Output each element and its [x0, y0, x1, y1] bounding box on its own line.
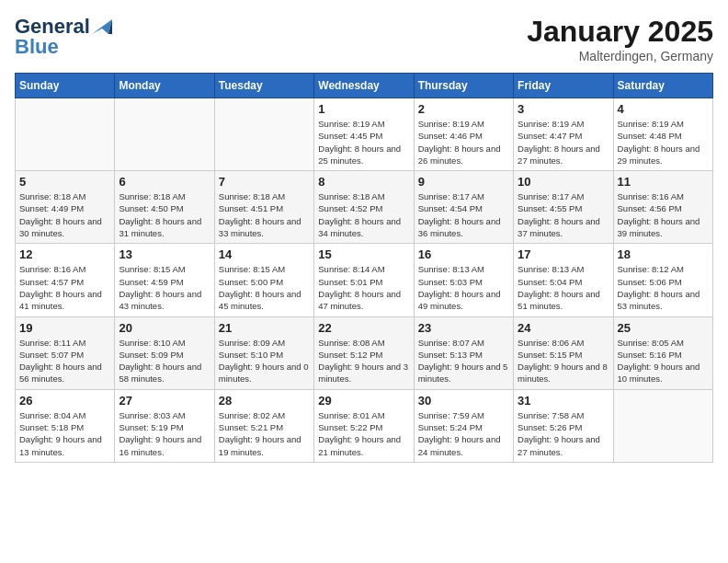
day-number: 3: [518, 102, 609, 116]
calendar-header-sunday: Sunday: [16, 74, 115, 98]
calendar-header-thursday: Thursday: [414, 74, 513, 98]
day-info: Sunrise: 7:59 AM Sunset: 5:24 PM Dayligh…: [418, 409, 509, 458]
day-info: Sunrise: 8:13 AM Sunset: 5:04 PM Dayligh…: [518, 263, 609, 312]
day-number: 5: [19, 175, 110, 189]
calendar-header-friday: Friday: [514, 74, 613, 98]
day-info: Sunrise: 8:18 AM Sunset: 4:52 PM Dayligh…: [318, 190, 409, 239]
day-info: Sunrise: 8:07 AM Sunset: 5:13 PM Dayligh…: [418, 337, 509, 385]
day-info: Sunrise: 8:18 AM Sunset: 4:50 PM Dayligh…: [119, 190, 210, 239]
day-info: Sunrise: 8:18 AM Sunset: 4:51 PM Dayligh…: [219, 190, 310, 239]
calendar-cell: 25Sunrise: 8:05 AM Sunset: 5:16 PM Dayli…: [613, 316, 712, 389]
calendar-cell: 24Sunrise: 8:06 AM Sunset: 5:15 PM Dayli…: [514, 316, 613, 389]
day-number: 10: [518, 175, 609, 189]
day-number: 17: [518, 247, 609, 261]
calendar-header-row: SundayMondayTuesdayWednesdayThursdayFrid…: [16, 74, 713, 98]
day-info: Sunrise: 8:16 AM Sunset: 4:56 PM Dayligh…: [618, 190, 709, 239]
day-number: 7: [219, 175, 310, 189]
calendar-header-tuesday: Tuesday: [214, 74, 313, 98]
location-subtitle: Malterdingen, Germany: [527, 49, 713, 63]
calendar-cell: 28Sunrise: 8:02 AM Sunset: 5:21 PM Dayli…: [214, 389, 313, 462]
day-info: Sunrise: 8:17 AM Sunset: 4:54 PM Dayligh…: [418, 190, 509, 239]
calendar-cell: 5Sunrise: 8:18 AM Sunset: 4:49 PM Daylig…: [16, 171, 115, 244]
calendar-header-wednesday: Wednesday: [314, 74, 414, 98]
calendar-week-row: 26Sunrise: 8:04 AM Sunset: 5:18 PM Dayli…: [16, 389, 713, 462]
day-info: Sunrise: 7:58 AM Sunset: 5:26 PM Dayligh…: [518, 409, 609, 458]
day-info: Sunrise: 8:03 AM Sunset: 5:19 PM Dayligh…: [119, 409, 210, 458]
day-info: Sunrise: 8:11 AM Sunset: 5:07 PM Dayligh…: [19, 337, 110, 385]
day-info: Sunrise: 8:13 AM Sunset: 5:03 PM Dayligh…: [418, 263, 509, 312]
day-info: Sunrise: 8:09 AM Sunset: 5:10 PM Dayligh…: [219, 337, 310, 385]
day-number: 16: [418, 247, 509, 261]
calendar-cell: 18Sunrise: 8:12 AM Sunset: 5:06 PM Dayli…: [613, 244, 712, 316]
day-number: 14: [219, 247, 310, 261]
day-number: 12: [19, 247, 110, 261]
day-number: 23: [418, 321, 509, 335]
calendar-cell: 2Sunrise: 8:19 AM Sunset: 4:46 PM Daylig…: [414, 98, 513, 171]
day-number: 4: [618, 102, 709, 116]
calendar-cell: 16Sunrise: 8:13 AM Sunset: 5:03 PM Dayli…: [414, 244, 513, 316]
day-number: 18: [618, 247, 709, 261]
day-info: Sunrise: 8:02 AM Sunset: 5:21 PM Dayligh…: [219, 409, 310, 458]
calendar-cell: 7Sunrise: 8:18 AM Sunset: 4:51 PM Daylig…: [214, 171, 313, 244]
day-number: 25: [618, 321, 709, 335]
calendar-cell: 30Sunrise: 7:59 AM Sunset: 5:24 PM Dayli…: [414, 389, 513, 462]
day-number: 31: [518, 394, 609, 408]
calendar-cell: 22Sunrise: 8:08 AM Sunset: 5:12 PM Dayli…: [314, 316, 414, 389]
calendar-week-row: 19Sunrise: 8:11 AM Sunset: 5:07 PM Dayli…: [16, 316, 713, 389]
calendar-cell: 15Sunrise: 8:14 AM Sunset: 5:01 PM Dayli…: [314, 244, 414, 316]
calendar-cell: 10Sunrise: 8:17 AM Sunset: 4:55 PM Dayli…: [514, 171, 613, 244]
calendar-header-saturday: Saturday: [613, 74, 712, 98]
day-info: Sunrise: 8:14 AM Sunset: 5:01 PM Dayligh…: [318, 263, 409, 312]
day-info: Sunrise: 8:04 AM Sunset: 5:18 PM Dayligh…: [19, 409, 110, 458]
calendar-cell: 12Sunrise: 8:16 AM Sunset: 4:57 PM Dayli…: [16, 244, 115, 316]
day-number: 29: [318, 394, 409, 408]
day-info: Sunrise: 8:19 AM Sunset: 4:46 PM Dayligh…: [418, 118, 509, 167]
logo-bird-icon: [92, 19, 112, 34]
day-number: 30: [418, 394, 509, 408]
day-number: 15: [318, 247, 409, 261]
day-number: 19: [19, 321, 110, 335]
day-info: Sunrise: 8:18 AM Sunset: 4:49 PM Dayligh…: [19, 190, 110, 239]
logo: General Blue: [15, 15, 112, 59]
calendar-cell: 4Sunrise: 8:19 AM Sunset: 4:48 PM Daylig…: [613, 98, 712, 171]
calendar-cell: 21Sunrise: 8:09 AM Sunset: 5:10 PM Dayli…: [214, 316, 313, 389]
day-info: Sunrise: 8:01 AM Sunset: 5:22 PM Dayligh…: [318, 409, 409, 458]
calendar-cell: 8Sunrise: 8:18 AM Sunset: 4:52 PM Daylig…: [314, 171, 414, 244]
calendar-cell: 14Sunrise: 8:15 AM Sunset: 5:00 PM Dayli…: [214, 244, 313, 316]
day-number: 26: [19, 394, 110, 408]
calendar-cell: [115, 98, 214, 171]
logo-blue: Blue: [15, 35, 59, 59]
calendar-cell: 6Sunrise: 8:18 AM Sunset: 4:50 PM Daylig…: [115, 171, 214, 244]
day-number: 21: [219, 321, 310, 335]
calendar-cell: 19Sunrise: 8:11 AM Sunset: 5:07 PM Dayli…: [16, 316, 115, 389]
day-info: Sunrise: 8:19 AM Sunset: 4:48 PM Dayligh…: [618, 118, 709, 167]
day-info: Sunrise: 8:12 AM Sunset: 5:06 PM Dayligh…: [618, 263, 709, 312]
calendar-week-row: 1Sunrise: 8:19 AM Sunset: 4:45 PM Daylig…: [16, 98, 713, 171]
calendar-cell: 9Sunrise: 8:17 AM Sunset: 4:54 PM Daylig…: [414, 171, 513, 244]
day-info: Sunrise: 8:19 AM Sunset: 4:45 PM Dayligh…: [318, 118, 409, 167]
day-number: 27: [119, 394, 210, 408]
calendar-week-row: 12Sunrise: 8:16 AM Sunset: 4:57 PM Dayli…: [16, 244, 713, 316]
title-block: January 2025 Malterdingen, Germany: [527, 15, 713, 63]
day-info: Sunrise: 8:17 AM Sunset: 4:55 PM Dayligh…: [518, 190, 609, 239]
calendar-cell: 11Sunrise: 8:16 AM Sunset: 4:56 PM Dayli…: [613, 171, 712, 244]
day-number: 22: [318, 321, 409, 335]
day-info: Sunrise: 8:15 AM Sunset: 4:59 PM Dayligh…: [119, 263, 210, 312]
calendar-table: SundayMondayTuesdayWednesdayThursdayFrid…: [15, 73, 713, 463]
calendar-cell: 29Sunrise: 8:01 AM Sunset: 5:22 PM Dayli…: [314, 389, 414, 462]
calendar-cell: 31Sunrise: 7:58 AM Sunset: 5:26 PM Dayli…: [514, 389, 613, 462]
day-number: 6: [119, 175, 210, 189]
day-info: Sunrise: 8:16 AM Sunset: 4:57 PM Dayligh…: [19, 263, 110, 312]
day-info: Sunrise: 8:05 AM Sunset: 5:16 PM Dayligh…: [618, 337, 709, 385]
calendar-cell: 3Sunrise: 8:19 AM Sunset: 4:47 PM Daylig…: [514, 98, 613, 171]
day-number: 24: [518, 321, 609, 335]
calendar-cell: 27Sunrise: 8:03 AM Sunset: 5:19 PM Dayli…: [115, 389, 214, 462]
calendar-week-row: 5Sunrise: 8:18 AM Sunset: 4:49 PM Daylig…: [16, 171, 713, 244]
calendar-cell: 13Sunrise: 8:15 AM Sunset: 4:59 PM Dayli…: [115, 244, 214, 316]
calendar-cell: [16, 98, 115, 171]
calendar-cell: 23Sunrise: 8:07 AM Sunset: 5:13 PM Dayli…: [414, 316, 513, 389]
day-info: Sunrise: 8:19 AM Sunset: 4:47 PM Dayligh…: [518, 118, 609, 167]
day-number: 2: [418, 102, 509, 116]
day-info: Sunrise: 8:15 AM Sunset: 5:00 PM Dayligh…: [219, 263, 310, 312]
day-number: 1: [318, 102, 409, 116]
